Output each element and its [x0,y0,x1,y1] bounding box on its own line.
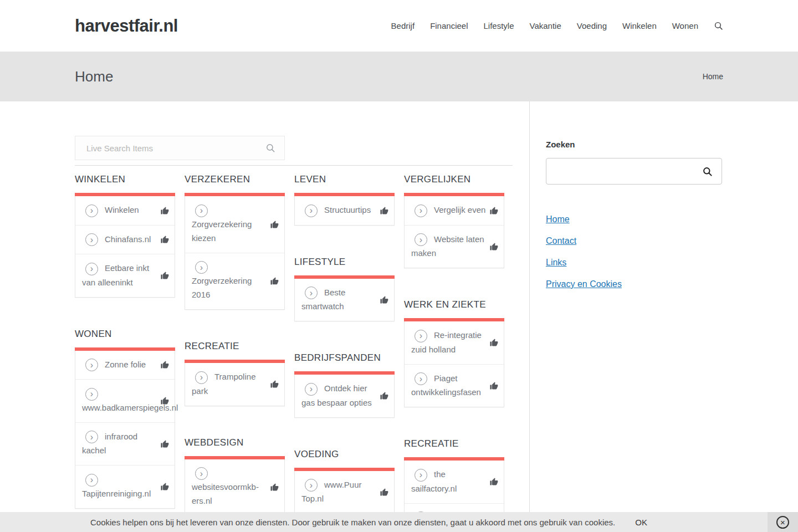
sidebar-search-box [546,158,722,185]
thumbs-up-icon[interactable] [489,242,499,251]
circle-chevron-icon: › [195,371,208,384]
link-card-group: ›Zorgverzekering kiezen›Zorgverzekering … [185,193,285,310]
circle-chevron-icon: › [305,204,318,217]
nav-search-icon[interactable] [714,21,723,30]
sidebar-link-privacy-en-cookies[interactable]: Privacy en Cookies [546,279,622,289]
thumbs-up-icon[interactable] [270,219,279,229]
thumbs-up-icon[interactable] [380,487,389,497]
link-label[interactable]: Zorgverzekering 2016 [192,276,252,299]
link-card-item[interactable]: ›Zorgverzekering kiezen [185,196,284,253]
cookie-message: Cookies helpen ons bij het leveren van o… [90,518,615,527]
link-label[interactable]: Zorgverzekering kiezen [192,219,252,243]
category-heading: RECREATIE [404,438,504,449]
link-label[interactable]: Vergelijk even [434,205,485,214]
link-card-item[interactable]: ›the sailfactory.nl [405,461,504,504]
circle-chevron-icon: › [415,204,427,217]
link-card-item[interactable]: ›Eetbare inkt van alleeninkt [75,254,175,297]
nav-item-lifestyle[interactable]: Lifestyle [484,21,514,30]
thumbs-up-icon[interactable] [160,271,170,280]
link-card-item[interactable]: ›Ontdek hier gas bespaar opties [295,375,394,417]
link-label[interactable]: Tapijtenreiniging.nl [82,489,151,498]
thumbs-up-icon[interactable] [160,396,170,406]
category-columns: WINKELEN›Winkelen›Chinafans.nl›Eetbare i… [75,174,513,532]
content-area: WINKELEN›Winkelen›Chinafans.nl›Eetbare i… [0,101,798,512]
circle-chevron-icon: › [85,474,98,487]
link-card-item[interactable]: ›infrarood kachel [75,423,175,466]
link-card-item[interactable]: ›Zonne folie [75,351,175,380]
circle-chevron-icon: › [305,383,318,396]
link-card-group: ›Winkelen›Chinafans.nl›Eetbare inkt van … [75,193,175,298]
sidebar-search-icon[interactable] [702,166,713,177]
link-card-item[interactable]: ›Chinafans.nl [75,226,175,255]
link-card-item[interactable]: ›Beste smartwatch [295,279,394,321]
link-card-group: ›Re-integratie zuid holland›Piaget ontwi… [404,318,504,407]
link-card-item[interactable]: ›Vergelijk even [405,196,504,226]
circle-chevron-icon: › [305,287,318,299]
category-column: LEVEN›StructuurtipsLIFESTYLE›Beste smart… [294,174,395,532]
link-card-item[interactable]: ›Tapijtenreiniging.nl [75,466,175,508]
live-search-input[interactable] [86,144,265,153]
thumbs-up-icon[interactable] [160,439,170,448]
thumbs-up-icon[interactable] [270,277,279,286]
cookie-close-button[interactable]: × [768,512,798,532]
thumbs-up-icon[interactable] [380,206,389,215]
thumbs-up-icon[interactable] [160,360,170,370]
link-label[interactable]: Chinafans.nl [105,234,151,244]
thumbs-up-icon[interactable] [270,380,279,389]
circle-chevron-icon: › [305,479,318,492]
link-card-group: ›Beste smartwatch [294,275,395,322]
link-label[interactable]: Winkelen [105,205,139,214]
thumbs-up-icon[interactable] [160,206,170,215]
thumbs-up-icon[interactable] [380,295,389,304]
category-heading: VERZEKEREN [185,174,285,185]
link-card-item[interactable]: ›Zorgverzekering 2016 [185,253,284,310]
thumbs-up-icon[interactable] [380,391,389,401]
nav-item-voeding[interactable]: Voeding [577,21,607,30]
link-label[interactable]: Structuurtips [324,205,371,214]
circle-chevron-icon: › [85,388,98,401]
nav-item-winkelen[interactable]: Winkelen [622,21,657,30]
thumbs-up-icon[interactable] [160,235,170,244]
circle-chevron-icon: › [415,233,427,246]
thumbs-up-icon[interactable] [489,338,499,347]
sidebar-link-contact[interactable]: Contact [546,236,576,246]
link-card-item[interactable]: ›Re-integratie zuid holland [405,321,504,365]
sidebar: Zoeken HomeContactLinksPrivacy en Cookie… [546,140,723,289]
link-card-item[interactable]: ›Website laten maken [405,226,504,268]
live-search-icon[interactable] [265,143,275,153]
site-logo[interactable]: harvestfair.nl [75,16,178,36]
thumbs-up-icon[interactable] [270,483,279,492]
link-card-item[interactable]: ›www.Puur Top.nl [295,471,394,514]
thumbs-up-icon[interactable] [489,381,499,390]
sidebar-search-heading: Zoeken [546,140,723,149]
category-column: WINKELEN›Winkelen›Chinafans.nl›Eetbare i… [75,174,175,532]
category-heading: LIFESTYLE [294,257,395,268]
link-card-item[interactable]: ›Structuurtips [295,196,394,225]
circle-chevron-icon: › [85,359,98,371]
link-card-item[interactable]: ›Piaget ontwikkelingsfasen [405,365,504,407]
category-section-voeding: VOEDING›www.Puur Top.nl [294,449,395,514]
live-search-box [75,136,285,160]
nav-item-financieel[interactable]: Financieel [430,21,468,30]
sidebar-search-input[interactable] [554,167,702,176]
category-section-lifestyle: LIFESTYLE›Beste smartwatch [294,257,395,322]
sidebar-link-links[interactable]: Links [546,258,566,268]
link-card-item[interactable]: ›Winkelen [75,196,175,226]
link-label[interactable]: websitesvoormkb-ers.nl [192,482,259,505]
sidebar-link-home[interactable]: Home [546,214,570,224]
nav-item-vakantie[interactable]: Vakantie [530,21,561,30]
nav-item-wonen[interactable]: Wonen [672,21,698,30]
category-section-leven: LEVEN›Structuurtips [294,174,395,226]
link-card-item[interactable]: ›websitesvoormkb-ers.nl [185,459,284,516]
link-card-item[interactable]: ›www.badkamerspiegels.nl [75,380,175,423]
thumbs-up-icon[interactable] [160,482,170,492]
thumbs-up-icon[interactable] [489,477,499,487]
link-card-item[interactable]: ›Trampoline park [185,363,284,406]
cookie-ok-button[interactable]: OK [635,518,647,527]
breadcrumb[interactable]: Home [703,72,723,81]
link-label[interactable]: Zonne folie [105,360,146,369]
nav-item-bedrijf[interactable]: Bedrijf [391,21,415,30]
thumbs-up-icon[interactable] [489,206,499,215]
category-heading: WONEN [75,329,175,340]
sidebar-links: HomeContactLinksPrivacy en Cookies [546,214,723,289]
